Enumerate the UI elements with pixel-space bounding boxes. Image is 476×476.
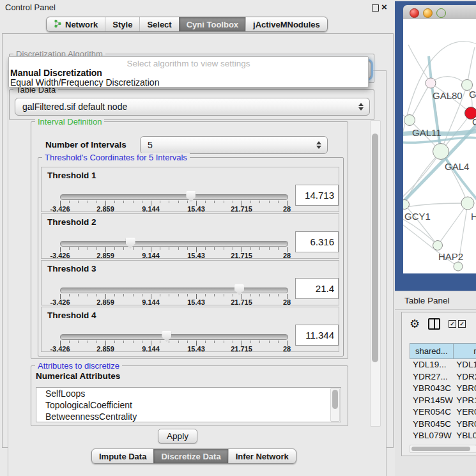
- attributes-list-scrollbar-thumb[interactable]: [332, 390, 338, 409]
- zoom-light[interactable]: [436, 8, 446, 18]
- control-panel: Control Panel × NetworkStyleSelectCyni T…: [0, 0, 395, 476]
- bottom-tab-infer-network[interactable]: Infer Network: [228, 449, 296, 463]
- tick-mark: [224, 341, 224, 343]
- minimize-light[interactable]: [423, 8, 433, 18]
- network-canvas[interactable]: GAL80GAGAL11CGAL4GCY1HHAP2: [403, 19, 476, 273]
- control-panel-title: Control Panel: [5, 3, 56, 12]
- tick-mark: [205, 247, 206, 250]
- table-row[interactable]: YBL079WYBL0: [410, 430, 476, 442]
- checkbox-icon[interactable]: ✓: [449, 320, 456, 328]
- tick-mark: [69, 341, 70, 343]
- tick-mark: [123, 341, 124, 343]
- tick-mark: [269, 247, 270, 250]
- interval-definition-group: Interval Definition Number of Intervals …: [31, 121, 348, 359]
- network-edge[interactable]: [438, 203, 468, 245]
- network-icon: [54, 19, 62, 30]
- network-window-titlebar[interactable]: [403, 5, 476, 20]
- tick-mark: [250, 247, 251, 250]
- table-row[interactable]: YER054CYER0: [410, 406, 476, 418]
- network-edge[interactable]: [403, 203, 468, 210]
- apply-button[interactable]: Apply: [158, 429, 197, 443]
- number-of-intervals-combo[interactable]: 5: [140, 136, 328, 154]
- tick-label: 21.715: [226, 298, 257, 306]
- algorithm-option[interactable]: Equal Width/Frequency Discretization: [9, 78, 368, 88]
- tick-mark: [133, 201, 134, 203]
- tick-mark: [269, 294, 270, 296]
- threshold-value-field[interactable]: 21.4: [295, 278, 339, 299]
- table-row[interactable]: YIL052CYIL0: [410, 454, 476, 456]
- table-hscrollbar-thumb[interactable]: [411, 447, 470, 451]
- threshold-value-field[interactable]: 11.344: [295, 325, 339, 346]
- network-edge[interactable]: [467, 47, 475, 85]
- checkbox-icon[interactable]: ✓: [458, 320, 466, 328]
- tick-mark: [78, 201, 79, 203]
- network-graph[interactable]: GAL80GAGAL11CGAL4GCY1HHAP2: [403, 19, 476, 273]
- table-column-header[interactable]: n: [454, 343, 476, 359]
- table-panel-header: Table Panel: [395, 291, 476, 311]
- algorithm-option[interactable]: Manual Discretization: [9, 68, 368, 78]
- table-cell: YBR0: [453, 418, 476, 431]
- tick-label: -3.426: [44, 298, 76, 306]
- attribute-list-item[interactable]: SelfLoops: [36, 388, 341, 399]
- attribute-list-item[interactable]: BetweennessCentrality: [36, 411, 341, 422]
- network-node-green[interactable]: [433, 144, 449, 160]
- table-column-header[interactable]: shared...: [410, 343, 454, 359]
- table-row[interactable]: YPR145WYPR1: [410, 395, 476, 407]
- column-view-icon[interactable]: [428, 318, 440, 330]
- control-panel-titlebar: Control Panel ×: [0, 0, 395, 15]
- float-icon[interactable]: [372, 4, 379, 12]
- panel-scrollbar-thumb[interactable]: [372, 134, 378, 362]
- attributes-list-scrollbar[interactable]: [330, 388, 340, 422]
- table-data-combo[interactable]: galFiltered.sif default node: [15, 98, 370, 116]
- network-node-green[interactable]: [461, 197, 474, 210]
- network-node-green[interactable]: [433, 241, 443, 250]
- table-row[interactable]: YDR27...YDR2: [410, 371, 476, 383]
- gear-icon[interactable]: ⚙: [410, 318, 420, 330]
- tick-mark: [78, 247, 79, 250]
- network-node-green[interactable]: [404, 115, 415, 126]
- network-edge[interactable]: [408, 45, 431, 83]
- table-panel-title: Table Panel: [404, 296, 450, 305]
- table-hscrollbar[interactable]: [410, 445, 476, 453]
- tab-select[interactable]: Select: [139, 17, 178, 31]
- threshold-slider-track[interactable]: [60, 241, 288, 247]
- tick-mark: [169, 201, 169, 203]
- tick-mark: [269, 341, 270, 343]
- close-light[interactable]: [410, 8, 419, 18]
- tick-mark: [123, 294, 124, 296]
- tab-style[interactable]: Style: [105, 17, 139, 31]
- bottom-tab-discretize-data[interactable]: Discretize Data: [153, 449, 227, 463]
- table-row[interactable]: YBR045CYBR0: [410, 418, 476, 431]
- table-cell: YDL19...: [410, 359, 453, 371]
- bottom-tab-impute-data[interactable]: Impute Data: [92, 449, 153, 463]
- threshold-value-field[interactable]: 6.316: [295, 231, 339, 252]
- panel-scrollbar[interactable]: [370, 120, 381, 427]
- threshold-slider-track[interactable]: [60, 334, 288, 340]
- table-row[interactable]: YBR043CYBR0: [410, 383, 476, 395]
- table-row[interactable]: YDL19...YDL1: [410, 359, 476, 371]
- tab-jactivemnodules[interactable]: jActiveMNodules: [245, 17, 327, 31]
- numerical-attributes-list[interactable]: SelfLoopsTopologicalCoefficientBetweenne…: [36, 387, 341, 422]
- threshold-value-field[interactable]: 14.713: [295, 185, 339, 206]
- tab-cyni-toolbox[interactable]: Cyni Toolbox: [179, 17, 245, 31]
- tab-network[interactable]: Network: [47, 17, 105, 31]
- table-cell: YBR0: [453, 383, 476, 395]
- top-tab-bar: NetworkStyleSelectCyni ToolboxjActiveMNo…: [46, 17, 328, 32]
- node-table: shared...nYDL19...YDL1YDR27...YDR2YBR043…: [410, 343, 476, 456]
- threshold-slider-track[interactable]: [60, 194, 288, 200]
- tick-label: 9.144: [135, 205, 167, 213]
- network-node-pink[interactable]: [426, 78, 436, 88]
- close-icon[interactable]: ×: [381, 1, 387, 13]
- network-node-label: HAP2: [438, 251, 463, 262]
- network-edge-thick[interactable]: [441, 151, 476, 201]
- tick-mark: [142, 294, 142, 296]
- tick-mark: [96, 341, 97, 343]
- network-edge[interactable]: [410, 83, 431, 120]
- threshold-slider-track[interactable]: [60, 288, 288, 293]
- tick-mark: [88, 247, 88, 250]
- table-cell: YIL052C: [410, 454, 453, 456]
- attribute-list-item[interactable]: TopologicalCoefficient: [36, 399, 341, 411]
- network-node-green[interactable]: [403, 200, 410, 210]
- network-node-green[interactable]: [454, 262, 463, 271]
- algorithm-placeholder-item: Select algorithm to view settings: [9, 59, 368, 68]
